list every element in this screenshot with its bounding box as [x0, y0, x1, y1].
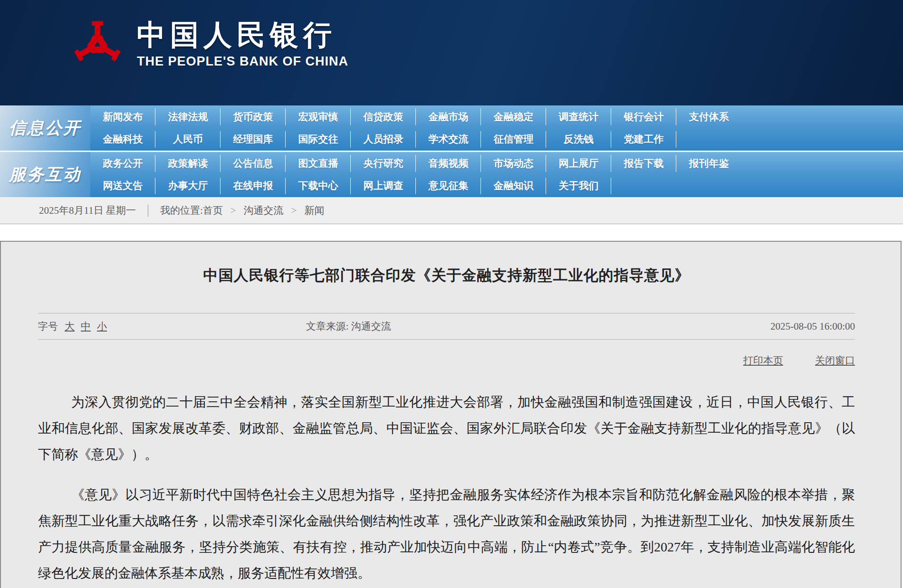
nav-item-policy-interpretation[interactable]: 政策解读: [155, 152, 221, 175]
nav-item-central-bank-research[interactable]: 央行研究: [351, 152, 416, 175]
nav-item-financial-markets[interactable]: 金融市场: [416, 105, 481, 128]
breadcrumb-communication[interactable]: 沟通交流: [244, 204, 284, 217]
nav-empty-cell: [676, 175, 741, 198]
nav-item-credit-reporting[interactable]: 征信管理: [481, 128, 546, 151]
font-size-control: 字号 大 中 小: [38, 320, 113, 333]
brand[interactable]: 中国人民银行 THE PEOPLE'S BANK OF CHINA: [72, 16, 348, 73]
nav-item-renminbi[interactable]: 人民币: [155, 128, 221, 151]
nav-item-state-treasury[interactable]: 经理国库: [221, 128, 286, 151]
print-page-link[interactable]: 打印本页: [743, 355, 783, 366]
breadcrumb-home[interactable]: 首页: [203, 204, 223, 217]
site-header: 中国人民银行 THE PEOPLE'S BANK OF CHINA: [0, 0, 903, 105]
nav-row: 金融科技 人民币 经理国库 国际交往 人员招录 学术交流 征信管理 反洗钱 党建…: [90, 128, 903, 151]
nav-item-laws-regulations[interactable]: 法律法规: [155, 105, 221, 128]
nav-item-monetary-policy[interactable]: 货币政策: [221, 105, 286, 128]
nav-rows: 新闻发布 法律法规 货币政策 宏观审慎 信贷政策 金融市场 金融稳定 调查统计 …: [90, 105, 903, 151]
nav-item-online-survey[interactable]: 网上调查: [351, 175, 416, 198]
nav-item-online-exhibition[interactable]: 网上展厅: [546, 152, 611, 175]
nav-item-document-delivery[interactable]: 网送文告: [90, 175, 155, 198]
article-datetime: 2025-08-05 16:00:00: [770, 321, 855, 332]
nav-item-fintech[interactable]: 金融科技: [90, 128, 155, 151]
nav-item-academic-exchange[interactable]: 学术交流: [416, 128, 481, 151]
brand-text: 中国人民银行 THE PEOPLE'S BANK OF CHINA: [137, 20, 348, 69]
nav-row: 网送文告 办事大厅 在线申报 下载中心 网上调查 意见征集 金融知识 关于我们: [90, 175, 903, 198]
spacer-strip: [0, 224, 903, 241]
nav-item-credit-policy[interactable]: 信贷政策: [351, 105, 416, 128]
nav-item-anti-money-laundering[interactable]: 反洗钱: [546, 128, 611, 151]
nav-item-online-declaration[interactable]: 在线申报: [221, 175, 286, 198]
nav-item-about-us[interactable]: 关于我们: [546, 175, 611, 198]
nav-item-international-exchange[interactable]: 国际交往: [286, 128, 351, 151]
location-prefix: 我的位置:: [160, 204, 203, 217]
nav-item-report-download[interactable]: 报告下载: [611, 152, 676, 175]
nav-item-financial-stability[interactable]: 金融稳定: [481, 105, 546, 128]
article-paragraph: 为深入贯彻党的二十届三中全会精神，落实全国新型工业化推进大会部署，加快金融强国和…: [38, 389, 855, 467]
article-meta-bar: 字号 大 中 小 文章来源: 沟通交流 2025-08-05 16:00:00: [38, 313, 855, 340]
nav-empty-cell: [676, 128, 741, 151]
nav-item-recruitment[interactable]: 人员招录: [351, 128, 416, 151]
nav-empty-cell: [611, 175, 676, 198]
nav-item-macroprudential[interactable]: 宏观审慎: [286, 105, 351, 128]
nav-row: 政务公开 政策解读 公告信息 图文直播 央行研究 音频视频 市场动态 网上展厅 …: [90, 152, 903, 175]
pboc-emblem-icon: [72, 16, 123, 73]
breadcrumb-bar: 2025年8月11日 星期一 │ 我的位置:首页 > 沟通交流 > 新闻: [0, 197, 903, 224]
breadcrumb-separator: >: [291, 205, 297, 217]
article-source: 文章来源: 沟通交流: [306, 320, 391, 333]
nav-section-label-service-interaction[interactable]: 服务互动: [0, 152, 90, 197]
nav-section-information-disclosure: 信息公开 新闻发布 法律法规 货币政策 宏观审慎 信贷政策 金融市场 金融稳定 …: [0, 105, 903, 151]
site-title-english: THE PEOPLE'S BANK OF CHINA: [137, 54, 348, 69]
nav-item-live-broadcast[interactable]: 图文直播: [286, 152, 351, 175]
site-title-chinese: 中国人民银行: [137, 20, 348, 50]
font-size-medium-button[interactable]: 中: [81, 320, 91, 333]
font-size-large-button[interactable]: 大: [65, 320, 75, 333]
breadcrumb-separator: >: [231, 205, 236, 217]
nav-item-download-center[interactable]: 下载中心: [286, 175, 351, 198]
nav-item-audio-video[interactable]: 音频视频: [416, 152, 481, 175]
close-window-link[interactable]: 关闭窗口: [815, 355, 855, 366]
article-title: 中国人民银行等七部门联合印发《关于金融支持新型工业化的指导意见》: [38, 266, 855, 285]
article-body: 为深入贯彻党的二十届三中全会精神，落实全国新型工业化推进大会部署，加快金融强国和…: [38, 389, 855, 586]
nav-item-government-affairs[interactable]: 政务公开: [90, 152, 155, 175]
nav-item-bank-accounting[interactable]: 银行会计: [611, 105, 676, 128]
article-actions: 打印本页 关闭窗口: [38, 354, 855, 367]
nav-rows: 政务公开 政策解读 公告信息 图文直播 央行研究 音频视频 市场动态 网上展厅 …: [90, 152, 903, 197]
nav-item-party-building[interactable]: 党建工作: [611, 128, 676, 151]
nav-item-payment-system[interactable]: 支付体系: [676, 105, 741, 128]
nav-item-periodicals-yearbook[interactable]: 报刊年鉴: [676, 152, 741, 175]
nav-section-service-interaction: 服务互动 政务公开 政策解读 公告信息 图文直播 央行研究 音频视频 市场动态 …: [0, 152, 903, 197]
breadcrumb-divider: │: [144, 205, 152, 217]
current-date: 2025年8月11日 星期一: [39, 204, 136, 217]
font-size-label: 字号: [38, 320, 58, 333]
nav-section-label-information-disclosure[interactable]: 信息公开: [0, 105, 90, 151]
nav-item-announcements[interactable]: 公告信息: [221, 152, 286, 175]
source-value: 沟通交流: [351, 321, 391, 332]
nav-item-market-dynamics[interactable]: 市场动态: [481, 152, 546, 175]
article-container: 中国人民银行等七部门联合印发《关于金融支持新型工业化的指导意见》 字号 大 中 …: [0, 241, 902, 588]
breadcrumb-news[interactable]: 新闻: [304, 204, 324, 217]
source-label: 文章来源:: [306, 321, 349, 332]
main-navigation: 信息公开 新闻发布 法律法规 货币政策 宏观审慎 信贷政策 金融市场 金融稳定 …: [0, 105, 903, 197]
font-size-small-button[interactable]: 小: [97, 320, 107, 333]
article-paragraph: 《意见》以习近平新时代中国特色社会主义思想为指导，坚持把金融服务实体经济作为根本…: [38, 482, 855, 586]
nav-item-service-hall[interactable]: 办事大厅: [155, 175, 221, 198]
nav-item-news-release[interactable]: 新闻发布: [90, 105, 155, 128]
nav-item-financial-knowledge[interactable]: 金融知识: [481, 175, 546, 198]
nav-row: 新闻发布 法律法规 货币政策 宏观审慎 信贷政策 金融市场 金融稳定 调查统计 …: [90, 105, 903, 128]
nav-item-survey-statistics[interactable]: 调查统计: [546, 105, 611, 128]
nav-item-opinion-solicitation[interactable]: 意见征集: [416, 175, 481, 198]
